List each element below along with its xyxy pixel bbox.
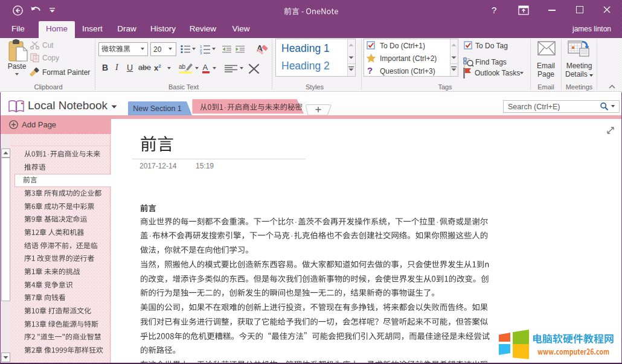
svg-text:A: A xyxy=(203,63,208,72)
svg-text:3: 3 xyxy=(200,51,202,54)
svg-text:ab: ab xyxy=(179,63,186,70)
